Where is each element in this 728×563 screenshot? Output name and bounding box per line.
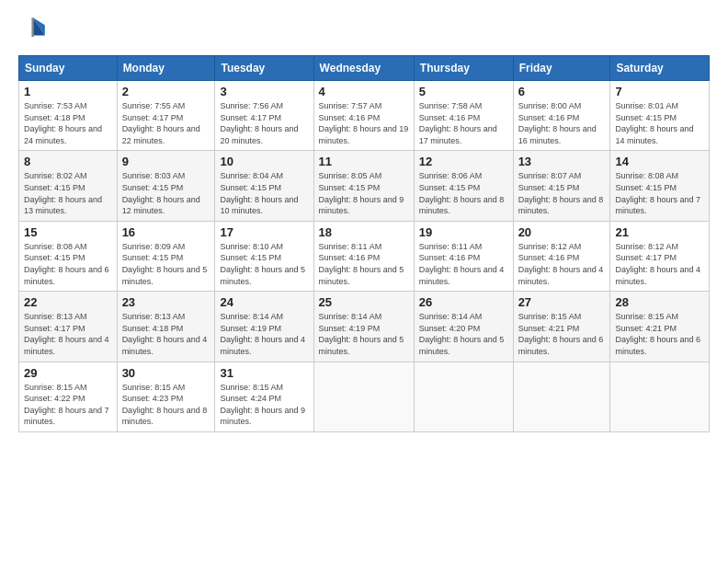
day-detail: Sunrise: 8:10 AM Sunset: 4:15 PM Dayligh… (220, 241, 308, 287)
day-header-sunday: Sunday (19, 56, 118, 81)
logo (18, 15, 51, 44)
day-detail: Sunrise: 8:07 AM Sunset: 4:15 PM Dayligh… (518, 170, 606, 216)
day-detail: Sunrise: 8:15 AM Sunset: 4:22 PM Dayligh… (24, 382, 112, 428)
day-number: 18 (319, 225, 409, 239)
calendar-body: 1 Sunrise: 7:53 AM Sunset: 4:18 PM Dayli… (19, 81, 710, 432)
calendar-week-3: 15 Sunrise: 8:08 AM Sunset: 4:15 PM Dayl… (19, 221, 710, 291)
day-detail: Sunrise: 8:15 AM Sunset: 4:21 PM Dayligh… (518, 311, 606, 357)
day-header-monday: Monday (117, 56, 215, 81)
day-detail: Sunrise: 8:13 AM Sunset: 4:18 PM Dayligh… (122, 311, 210, 357)
calendar-header-row: SundayMondayTuesdayWednesdayThursdayFrid… (19, 56, 710, 81)
calendar-cell: 25 Sunrise: 8:14 AM Sunset: 4:19 PM Dayl… (313, 292, 414, 362)
calendar-cell: 14 Sunrise: 8:08 AM Sunset: 4:15 PM Dayl… (610, 151, 710, 221)
day-detail: Sunrise: 7:56 AM Sunset: 4:17 PM Dayligh… (220, 100, 308, 146)
day-detail: Sunrise: 8:08 AM Sunset: 4:15 PM Dayligh… (24, 241, 112, 287)
calendar-cell: 6 Sunrise: 8:00 AM Sunset: 4:16 PM Dayli… (513, 81, 610, 151)
day-detail: Sunrise: 8:12 AM Sunset: 4:16 PM Dayligh… (518, 241, 606, 287)
day-detail: Sunrise: 7:53 AM Sunset: 4:18 PM Dayligh… (24, 100, 112, 146)
day-detail: Sunrise: 8:14 AM Sunset: 4:20 PM Dayligh… (419, 311, 508, 357)
calendar-cell: 12 Sunrise: 8:06 AM Sunset: 4:15 PM Dayl… (414, 151, 513, 221)
day-detail: Sunrise: 7:55 AM Sunset: 4:17 PM Dayligh… (122, 100, 210, 146)
calendar-cell: 8 Sunrise: 8:02 AM Sunset: 4:15 PM Dayli… (19, 151, 118, 221)
calendar-cell (313, 362, 414, 431)
calendar-week-4: 22 Sunrise: 8:13 AM Sunset: 4:17 PM Dayl… (19, 292, 710, 362)
svg-rect-2 (31, 17, 33, 37)
calendar-cell: 20 Sunrise: 8:12 AM Sunset: 4:16 PM Dayl… (513, 221, 610, 291)
calendar-cell: 31 Sunrise: 8:15 AM Sunset: 4:24 PM Dayl… (215, 362, 313, 431)
day-detail: Sunrise: 8:15 AM Sunset: 4:24 PM Dayligh… (220, 382, 308, 428)
day-number: 5 (419, 85, 508, 98)
calendar-cell: 28 Sunrise: 8:15 AM Sunset: 4:21 PM Dayl… (610, 292, 710, 362)
calendar-cell: 30 Sunrise: 8:15 AM Sunset: 4:23 PM Dayl… (117, 362, 215, 431)
logo-icon (18, 15, 48, 44)
day-number: 12 (419, 155, 508, 168)
day-detail: Sunrise: 8:13 AM Sunset: 4:17 PM Dayligh… (24, 311, 112, 357)
day-number: 9 (122, 155, 210, 168)
day-detail: Sunrise: 8:03 AM Sunset: 4:15 PM Dayligh… (122, 170, 210, 216)
day-number: 27 (518, 295, 606, 309)
day-detail: Sunrise: 8:15 AM Sunset: 4:21 PM Dayligh… (615, 311, 704, 357)
day-number: 24 (220, 295, 308, 309)
day-detail: Sunrise: 7:57 AM Sunset: 4:16 PM Dayligh… (319, 100, 409, 146)
day-detail: Sunrise: 7:58 AM Sunset: 4:16 PM Dayligh… (419, 100, 508, 146)
day-header-friday: Friday (513, 56, 610, 81)
calendar-cell: 15 Sunrise: 8:08 AM Sunset: 4:15 PM Dayl… (19, 221, 118, 291)
day-header-tuesday: Tuesday (215, 56, 313, 81)
day-number: 20 (518, 225, 606, 239)
calendar-cell: 3 Sunrise: 7:56 AM Sunset: 4:17 PM Dayli… (215, 81, 313, 151)
day-detail: Sunrise: 8:04 AM Sunset: 4:15 PM Dayligh… (220, 170, 308, 216)
calendar-cell: 11 Sunrise: 8:05 AM Sunset: 4:15 PM Dayl… (313, 151, 414, 221)
day-detail: Sunrise: 8:12 AM Sunset: 4:17 PM Dayligh… (615, 241, 704, 287)
day-number: 28 (615, 295, 704, 309)
calendar-cell: 17 Sunrise: 8:10 AM Sunset: 4:15 PM Dayl… (215, 221, 313, 291)
header (18, 15, 710, 44)
calendar-cell: 19 Sunrise: 8:11 AM Sunset: 4:16 PM Dayl… (414, 221, 513, 291)
calendar-cell (513, 362, 610, 431)
calendar-cell: 18 Sunrise: 8:11 AM Sunset: 4:16 PM Dayl… (313, 221, 414, 291)
day-detail: Sunrise: 8:01 AM Sunset: 4:15 PM Dayligh… (615, 100, 704, 146)
calendar-cell: 7 Sunrise: 8:01 AM Sunset: 4:15 PM Dayli… (610, 81, 710, 151)
day-number: 15 (24, 225, 112, 239)
day-number: 10 (220, 155, 308, 168)
calendar-cell: 24 Sunrise: 8:14 AM Sunset: 4:19 PM Dayl… (215, 292, 313, 362)
day-number: 26 (419, 295, 508, 309)
day-number: 8 (24, 155, 112, 168)
day-detail: Sunrise: 8:02 AM Sunset: 4:15 PM Dayligh… (24, 170, 112, 216)
day-number: 22 (24, 295, 112, 309)
calendar-week-2: 8 Sunrise: 8:02 AM Sunset: 4:15 PM Dayli… (19, 151, 710, 221)
day-detail: Sunrise: 8:11 AM Sunset: 4:16 PM Dayligh… (419, 241, 508, 287)
calendar-cell: 1 Sunrise: 7:53 AM Sunset: 4:18 PM Dayli… (19, 81, 118, 151)
day-number: 30 (122, 366, 210, 380)
calendar-cell: 2 Sunrise: 7:55 AM Sunset: 4:17 PM Dayli… (117, 81, 215, 151)
calendar-cell: 22 Sunrise: 8:13 AM Sunset: 4:17 PM Dayl… (19, 292, 118, 362)
day-number: 14 (615, 155, 704, 168)
day-number: 31 (220, 366, 308, 380)
day-header-wednesday: Wednesday (313, 56, 414, 81)
calendar-week-5: 29 Sunrise: 8:15 AM Sunset: 4:22 PM Dayl… (19, 362, 710, 431)
day-header-thursday: Thursday (414, 56, 513, 81)
day-number: 4 (319, 85, 409, 98)
day-detail: Sunrise: 8:09 AM Sunset: 4:15 PM Dayligh… (122, 241, 210, 287)
calendar-cell: 26 Sunrise: 8:14 AM Sunset: 4:20 PM Dayl… (414, 292, 513, 362)
day-number: 17 (220, 225, 308, 239)
calendar-week-1: 1 Sunrise: 7:53 AM Sunset: 4:18 PM Dayli… (19, 81, 710, 151)
calendar-cell: 21 Sunrise: 8:12 AM Sunset: 4:17 PM Dayl… (610, 221, 710, 291)
calendar-cell: 10 Sunrise: 8:04 AM Sunset: 4:15 PM Dayl… (215, 151, 313, 221)
day-number: 11 (319, 155, 409, 168)
calendar-cell: 5 Sunrise: 7:58 AM Sunset: 4:16 PM Dayli… (414, 81, 513, 151)
day-number: 2 (122, 85, 210, 98)
day-number: 16 (122, 225, 210, 239)
day-detail: Sunrise: 8:00 AM Sunset: 4:16 PM Dayligh… (518, 100, 606, 146)
day-detail: Sunrise: 8:15 AM Sunset: 4:23 PM Dayligh… (122, 382, 210, 428)
calendar-cell: 4 Sunrise: 7:57 AM Sunset: 4:16 PM Dayli… (313, 81, 414, 151)
day-number: 6 (518, 85, 606, 98)
calendar: SundayMondayTuesdayWednesdayThursdayFrid… (18, 55, 710, 432)
day-detail: Sunrise: 8:11 AM Sunset: 4:16 PM Dayligh… (319, 241, 409, 287)
calendar-cell: 29 Sunrise: 8:15 AM Sunset: 4:22 PM Dayl… (19, 362, 118, 431)
day-number: 29 (24, 366, 112, 380)
day-number: 21 (615, 225, 704, 239)
day-number: 13 (518, 155, 606, 168)
day-number: 19 (419, 225, 508, 239)
day-number: 23 (122, 295, 210, 309)
page: SundayMondayTuesdayWednesdayThursdayFrid… (0, 0, 728, 563)
